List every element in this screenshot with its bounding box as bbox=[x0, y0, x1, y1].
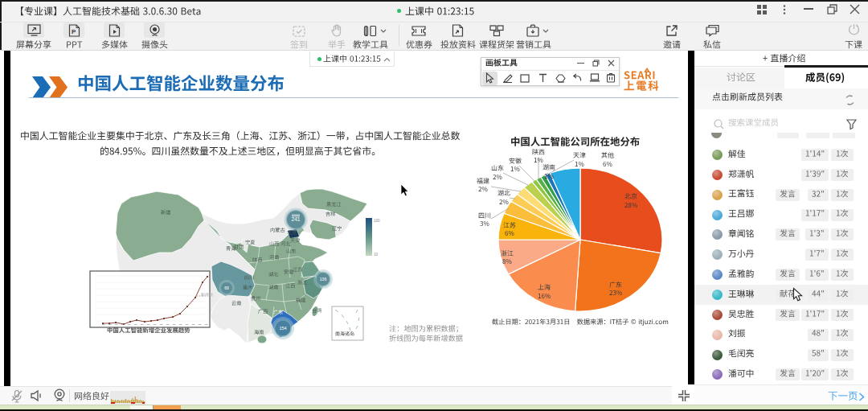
svg-text:P: P bbox=[72, 28, 76, 35]
svg-text:100: 100 bbox=[374, 219, 380, 223]
svg-text:241: 241 bbox=[292, 216, 301, 222]
svg-text:69: 69 bbox=[224, 286, 229, 290]
svg-text:10: 10 bbox=[374, 253, 379, 257]
svg-text:154: 154 bbox=[279, 326, 286, 331]
svg-text:136: 136 bbox=[320, 277, 327, 282]
